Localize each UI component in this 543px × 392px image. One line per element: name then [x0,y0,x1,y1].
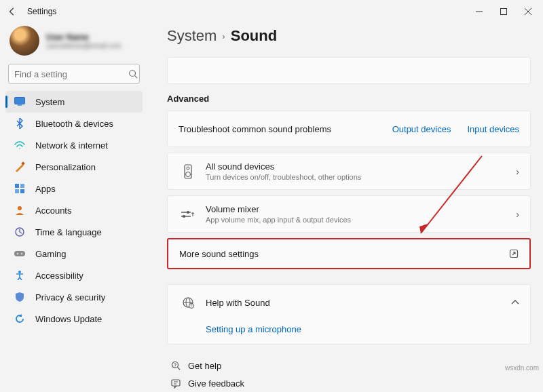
svg-line-32 [178,367,181,370]
svg-point-18 [187,167,189,170]
foot-label: Get help [188,361,221,371]
row-sub: App volume mix, app input & output devic… [206,216,516,224]
window-minimize[interactable] [467,2,491,21]
sidebar-item-time[interactable]: Time & language [5,221,143,243]
open-external-icon [509,249,519,258]
help-header[interactable]: ? Help with Sound [168,285,530,320]
svg-point-19 [186,172,191,176]
globe-help-icon: ? [179,296,198,309]
footer-links: Get help Give feedback [167,357,531,392]
sidebar-item-update[interactable]: Windows Update [5,308,143,330]
profile-block[interactable]: User Name useraddress@email.com [5,23,143,64]
gaming-icon [14,248,26,260]
svg-point-11 [18,206,22,210]
sidebar-item-bluetooth[interactable]: Bluetooth & devices [5,113,143,134]
svg-point-16 [18,271,21,273]
get-help-link[interactable]: Get help [171,357,531,374]
svg-rect-7 [15,184,19,188]
personalization-icon [14,161,26,173]
window-maximize[interactable] [491,2,516,21]
content-area: System › Sound Advanced Troubleshoot com… [147,23,543,392]
watermark: wsxdn.com [505,364,539,372]
chevron-right-icon: › [516,209,519,220]
troubleshoot-card: Troubleshoot common sound problems Outpu… [167,111,531,147]
svg-rect-5 [18,104,22,106]
accounts-icon [14,204,26,216]
row-title: More sound settings [179,249,509,259]
breadcrumb: System › Sound [167,27,531,45]
svg-point-15 [21,253,23,255]
breadcrumb-sep: › [222,31,225,41]
titlebar: Settings [0,0,543,23]
more-sound-settings-card[interactable]: More sound settings [167,238,531,269]
window-close[interactable] [516,2,540,21]
feedback-icon [171,378,181,389]
page-title: Sound [231,27,277,45]
mixer-icon [179,210,198,219]
sidebar-item-label: Network & internet [35,140,108,151]
sidebar-item-label: Gaming [35,249,67,259]
svg-rect-13 [14,251,25,256]
sidebar-item-gaming[interactable]: Gaming [5,243,143,264]
search-input[interactable] [14,69,128,79]
sidebar-item-label: Bluetooth & devices [35,119,113,129]
volume-mixer-card[interactable]: Volume mixer App volume mix, app input &… [167,195,531,233]
accessibility-icon [14,269,26,281]
sidebar-item-apps[interactable]: Apps [5,178,143,199]
row-title: Help with Sound [206,298,511,308]
chevron-right-icon: › [516,166,519,177]
sidebar-item-personalization[interactable]: Personalization [5,156,143,178]
collapsed-card[interactable] [167,57,531,84]
profile-email: useraddress@email.com [46,42,121,50]
troubleshoot-output-link[interactable]: Output devices [392,124,451,134]
time-icon [14,226,26,238]
sidebar-item-label: Accounts [35,205,71,216]
chevron-up-icon [511,300,519,305]
breadcrumb-parent[interactable]: System [167,27,217,45]
svg-point-14 [17,253,19,255]
all-sound-devices-card[interactable]: All sound devices Turn devices on/off, t… [167,153,531,190]
foot-label: Give feedback [188,378,244,389]
back-button[interactable] [3,2,22,21]
nav-list: System Bluetooth & devices Network & int… [5,91,143,330]
row-title: All sound devices [206,161,516,172]
svg-rect-1 [501,9,507,15]
troubleshoot-title: Troubleshoot common sound problems [179,124,392,134]
bluetooth-icon [14,117,26,130]
privacy-icon [14,291,26,303]
window-title: Settings [27,7,56,16]
sidebar-item-label: Windows Update [35,314,102,324]
sidebar-item-privacy[interactable]: Privacy & security [5,286,143,308]
help-card: ? Help with Sound Setting up a microphon… [167,284,531,345]
section-advanced-header: Advanced [167,94,531,104]
sidebar-item-label: Apps [35,184,56,194]
row-sub: Turn devices on/off, troubleshoot, other… [206,173,516,181]
help-link-mic[interactable]: Setting up a microphone [206,324,301,334]
svg-text:?: ? [191,304,193,308]
row-title: Volume mixer [206,204,516,214]
sidebar-item-accounts[interactable]: Accounts [5,199,143,221]
search-icon [128,69,138,79]
sidebar-item-accessibility[interactable]: Accessibility [5,264,143,286]
sidebar-item-system[interactable]: System [5,91,143,113]
system-icon [14,96,26,108]
sidebar-item-label: System [35,97,64,107]
sidebar: User Name useraddress@email.com System B… [0,23,147,392]
network-icon [14,139,26,151]
sidebar-item-label: Accessibility [35,271,83,281]
give-feedback-link[interactable]: Give feedback [171,374,531,392]
sidebar-item-label: Personalization [35,162,96,172]
search-box[interactable] [8,64,140,84]
profile-name: User Name [46,33,121,42]
sidebar-item-network[interactable]: Network & internet [5,134,143,156]
help-icon [171,361,181,371]
sidebar-item-label: Privacy & security [35,292,105,302]
svg-rect-8 [20,184,24,188]
sidebar-item-label: Time & language [35,227,102,237]
avatar [10,26,39,56]
speaker-icon [179,164,198,179]
troubleshoot-input-link[interactable]: Input devices [467,124,519,134]
svg-rect-10 [20,189,24,193]
svg-point-31 [174,366,175,367]
svg-point-2 [130,71,136,77]
